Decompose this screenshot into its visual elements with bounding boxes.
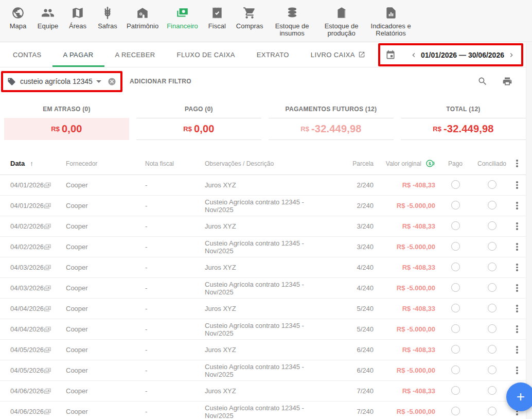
reconciled-radio[interactable] <box>488 365 496 374</box>
row-menu-button[interactable] <box>513 180 521 191</box>
payable-money-icon[interactable] <box>43 366 51 375</box>
tab-contas[interactable]: CONTAS <box>2 42 52 67</box>
print-icon[interactable] <box>501 75 513 88</box>
reconciled-radio[interactable] <box>488 407 496 415</box>
table-row[interactable]: 04/03/2026 Cooper - Custeio Agrícola con… <box>0 278 526 299</box>
paid-radio[interactable] <box>451 201 460 210</box>
reconciled-radio[interactable] <box>488 221 496 230</box>
row-menu-button[interactable] <box>513 365 521 376</box>
nav-item-fiscal[interactable]: Fiscal <box>202 4 232 31</box>
paid-radio[interactable] <box>451 304 460 312</box>
row-menu-button[interactable] <box>513 344 521 356</box>
table-row[interactable]: 04/01/2026 Cooper - Juros XYZ 2/240 R$ -… <box>0 175 526 196</box>
table-row[interactable]: 04/06/2026 Cooper - Juros XYZ 7/240 R$ -… <box>0 381 526 401</box>
nav-item-mapa[interactable]: Mapa <box>3 4 33 31</box>
table-row[interactable]: 04/01/2026 Cooper - Custeio Agrícola con… <box>0 196 526 216</box>
paid-radio[interactable] <box>451 283 460 292</box>
payable-money-icon[interactable] <box>43 264 51 272</box>
column-header-data[interactable]: Data↑ <box>10 160 43 167</box>
reconciled-radio[interactable] <box>488 180 496 189</box>
payable-money-icon[interactable] <box>43 222 51 231</box>
sort-ascending-icon[interactable]: ↑ <box>30 160 33 167</box>
reconciled-radio[interactable] <box>488 263 496 271</box>
table-row[interactable]: 04/04/2026 Cooper - Juros XYZ 5/240 R$ -… <box>0 299 526 319</box>
payable-money-icon[interactable] <box>43 408 51 416</box>
summary-card-total[interactable]: TOTAL (12) R$-32.449,98 <box>401 102 526 140</box>
paid-radio[interactable] <box>451 386 460 395</box>
payable-money-icon[interactable] <box>43 284 51 292</box>
paid-radio[interactable] <box>451 365 460 374</box>
date-range-value[interactable]: 01/01/2026 — 30/06/2026 <box>418 51 507 59</box>
nav-item-compras[interactable]: Compras <box>232 4 268 31</box>
column-header-observacoes[interactable]: Observações / Descrição <box>198 160 334 167</box>
paid-radio[interactable] <box>451 324 460 333</box>
tab-fluxo-de-caixa[interactable]: FLUXO DE CAIXA <box>166 42 246 67</box>
nav-item-safras[interactable]: Safras <box>93 4 122 31</box>
nav-item-indicadores[interactable]: Indicadores e Relatórios <box>366 4 416 38</box>
reconciled-radio[interactable] <box>488 324 496 333</box>
column-header-nota-fiscal[interactable]: Nota fiscal <box>138 160 198 167</box>
add-entry-fab[interactable]: + <box>506 382 532 411</box>
previous-period-button[interactable] <box>409 50 418 60</box>
filter-chip[interactable]: custeio agrícola 12345 <box>7 77 101 86</box>
add-filter-button[interactable]: ADICIONAR FILTRO <box>130 78 191 85</box>
summary-card-pago[interactable]: PAGO (0) R$0,00 <box>136 102 261 140</box>
payable-money-icon[interactable] <box>43 325 51 334</box>
payable-money-icon[interactable] <box>43 243 51 251</box>
tab-livro-caixa[interactable]: LIVRO CAIXA <box>300 42 376 67</box>
nav-item-estoque-insumos[interactable]: Estoque de insumos <box>268 4 317 38</box>
paid-radio[interactable] <box>451 345 460 354</box>
table-row[interactable]: 04/03/2026 Cooper - Juros XYZ 4/240 R$ -… <box>0 257 526 278</box>
column-header-pago[interactable]: Pago <box>448 160 463 167</box>
reconciled-radio[interactable] <box>488 345 496 354</box>
table-menu-button[interactable] <box>513 158 521 169</box>
tab-extrato[interactable]: EXTRATO <box>246 42 300 67</box>
clear-filter-icon[interactable] <box>108 77 116 86</box>
nav-item-financeiro[interactable]: Financeiro <box>163 4 202 31</box>
payable-money-icon[interactable] <box>43 346 51 354</box>
table-row[interactable]: 04/02/2026 Cooper - Custeio Agrícola con… <box>0 237 526 257</box>
table-row[interactable]: 04/02/2026 Cooper - Juros XYZ 3/240 R$ -… <box>0 216 526 237</box>
paid-radio[interactable] <box>451 263 460 271</box>
paid-radio[interactable] <box>451 180 460 189</box>
calendar-icon[interactable] <box>385 50 396 60</box>
paid-radio[interactable] <box>451 242 460 251</box>
row-menu-button[interactable] <box>513 283 521 294</box>
nav-item-equipe[interactable]: Equipe <box>33 4 63 31</box>
column-header-parcela[interactable]: Parcela <box>334 160 374 167</box>
nav-item-patrimonio[interactable]: Patrimônio <box>122 4 163 31</box>
reconciled-radio[interactable] <box>488 386 496 395</box>
row-menu-button[interactable] <box>513 262 521 273</box>
table-row[interactable]: 04/04/2026 Cooper - Custeio Agrícola con… <box>0 319 526 340</box>
row-menu-button[interactable] <box>513 200 521 212</box>
nav-item-estoque-producao[interactable]: Estoque de produção <box>317 4 366 38</box>
table-row[interactable]: 04/05/2026 Cooper - Custeio Agrícola con… <box>0 360 526 381</box>
row-menu-button[interactable] <box>513 221 521 232</box>
table-row[interactable]: 04/06/2026 Cooper - Custeio Agrícola con… <box>0 401 526 419</box>
nav-item-areas[interactable]: Áreas <box>63 4 93 31</box>
summary-card-em-atraso[interactable]: EM ATRASO (0) R$0,00 <box>4 102 129 140</box>
payable-money-icon[interactable] <box>43 305 51 313</box>
tab-a-receber[interactable]: A RECEBER <box>104 42 166 67</box>
paid-radio[interactable] <box>451 407 460 415</box>
summary-card-pagamentos-futuros[interactable]: PAGAMENTOS FUTUROS (12) R$-32.449,98 <box>269 102 394 140</box>
reconciled-radio[interactable] <box>488 283 496 292</box>
column-header-fornecedor[interactable]: Fornecedor <box>59 160 138 167</box>
paid-radio[interactable] <box>451 221 460 230</box>
tab-a-pagar[interactable]: A PAGAR <box>52 42 104 67</box>
reconciled-radio[interactable] <box>488 201 496 210</box>
next-period-button[interactable] <box>507 50 516 60</box>
column-header-conciliado[interactable]: Conciliado <box>477 160 506 167</box>
payable-money-icon[interactable] <box>43 387 51 395</box>
search-icon[interactable] <box>476 75 489 88</box>
payable-money-icon[interactable] <box>43 181 51 189</box>
payable-money-icon[interactable] <box>43 202 51 210</box>
row-menu-button[interactable] <box>513 241 521 253</box>
row-menu-button[interactable] <box>513 303 521 315</box>
row-menu-button[interactable] <box>513 324 521 335</box>
reconciled-radio[interactable] <box>488 304 496 312</box>
reconciled-radio[interactable] <box>488 242 496 251</box>
column-header-valor-original[interactable]: Valor original$ <box>374 159 435 168</box>
table-row[interactable]: 04/05/2026 Cooper - Juros XYZ 6/240 R$ -… <box>0 340 526 360</box>
scrollbar-track[interactable] <box>526 43 532 419</box>
